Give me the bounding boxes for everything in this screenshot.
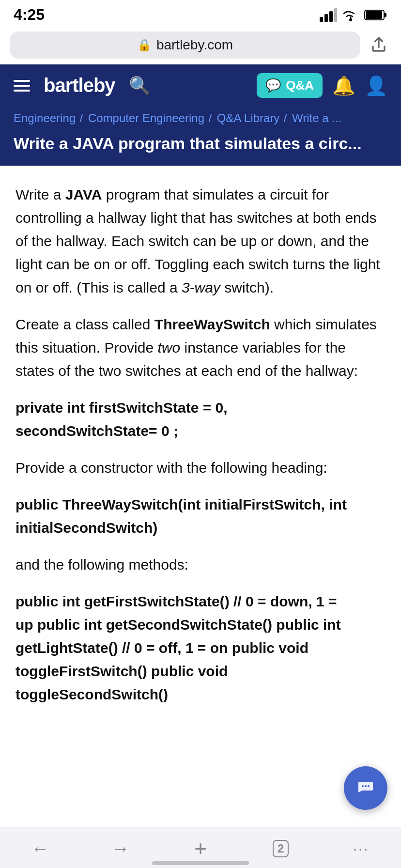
url-text[interactable]: bartleby.com	[156, 37, 233, 53]
status-bar: 4:25	[0, 0, 401, 28]
code-block-1: private int firstSwitchState = 0, second…	[15, 396, 386, 443]
new-tab-button[interactable]: +	[176, 834, 225, 863]
qa-button[interactable]: 💬 Q&A	[257, 73, 323, 98]
breadcrumb-item-qa-library[interactable]: Q&A Library	[217, 111, 279, 124]
chat-bubble-icon	[355, 775, 377, 802]
breadcrumb-separator: /	[80, 111, 86, 124]
svg-rect-1	[324, 14, 328, 22]
forward-icon: →	[111, 838, 129, 859]
svg-rect-3	[334, 8, 337, 22]
home-indicator	[152, 861, 249, 865]
svg-rect-0	[320, 17, 323, 22]
svg-point-4	[349, 18, 352, 21]
nav-right: 💬 Q&A 🔔 👤	[257, 73, 387, 98]
back-icon: ←	[31, 838, 49, 859]
hamburger-line	[14, 90, 30, 92]
search-icon[interactable]: 🔍	[129, 76, 151, 96]
page-title: Write a JAVA program that simulates a ci…	[14, 133, 387, 154]
paragraph-3: Provide a constructor with the following…	[15, 456, 386, 480]
breadcrumb-item-computer-engineering[interactable]: Computer Engineering	[88, 111, 204, 124]
nav-bar: bartleby 🔍 💬 Q&A 🔔 👤	[0, 64, 401, 107]
breadcrumb-separator: /	[284, 111, 290, 124]
floating-chat-button[interactable]	[344, 766, 387, 810]
svg-point-9	[362, 785, 364, 787]
hamburger-menu-button[interactable]	[14, 80, 30, 92]
back-button[interactable]: ←	[16, 834, 64, 863]
page-title-bar: Write a JAVA program that simulates a ci…	[0, 128, 401, 166]
status-icons	[320, 8, 387, 22]
breadcrumb-item-current: Write a ...	[292, 111, 341, 124]
content-area: Write a JAVA program that simulates a ci…	[0, 166, 401, 739]
hamburger-line	[14, 85, 30, 87]
plus-icon: +	[194, 837, 207, 861]
question-body: Write a JAVA program that simulates a ci…	[15, 183, 386, 706]
nav-left: bartleby 🔍	[14, 75, 151, 96]
italic-two: two	[157, 340, 180, 356]
svg-rect-6	[384, 13, 386, 17]
breadcrumb-separator: /	[209, 111, 215, 124]
paragraph-4: and the following methods:	[15, 553, 386, 576]
share-button[interactable]	[366, 32, 391, 58]
user-profile-icon[interactable]: 👤	[365, 75, 387, 96]
share-icon	[370, 36, 387, 54]
bold-java: JAVA	[65, 186, 102, 202]
status-time: 4:25	[14, 6, 45, 24]
lock-icon: 🔒	[137, 38, 152, 52]
svg-rect-2	[329, 11, 333, 22]
paragraph-2: Create a class called ThreeWaySwitch whi…	[15, 313, 386, 383]
url-bar[interactable]: 🔒 bartleby.com	[10, 31, 360, 59]
more-icon: ···	[353, 840, 369, 858]
paragraph-1: Write a JAVA program that simulates a ci…	[15, 183, 386, 299]
tab-count-badge: 2	[273, 840, 289, 857]
battery-icon	[364, 9, 387, 21]
bold-classname: ThreeWaySwitch	[154, 316, 270, 332]
svg-point-10	[365, 785, 367, 787]
qa-label: Q&A	[286, 78, 314, 93]
code-block-3: public int getFirstSwitchState() // 0 = …	[15, 590, 386, 706]
hamburger-line	[14, 80, 30, 82]
signal-icon	[320, 8, 337, 22]
code-block-2: public ThreeWaySwitch(int initialFirstSw…	[15, 493, 386, 540]
italic-3way: 3-way	[182, 279, 220, 295]
forward-button[interactable]: →	[96, 834, 144, 863]
breadcrumb: Engineering / Computer Engineering / Q&A…	[0, 107, 401, 128]
breadcrumb-item-engineering[interactable]: Engineering	[14, 111, 76, 124]
chat-icon: 💬	[265, 78, 281, 93]
svg-point-11	[368, 785, 370, 787]
wifi-icon	[342, 8, 359, 22]
svg-rect-7	[366, 11, 382, 19]
logo[interactable]: bartleby	[44, 75, 115, 96]
tabs-button[interactable]: 2	[257, 834, 305, 863]
notification-bell-icon[interactable]: 🔔	[332, 75, 355, 96]
url-bar-wrap: 🔒 bartleby.com	[0, 28, 401, 64]
more-options-button[interactable]: ···	[337, 834, 385, 863]
